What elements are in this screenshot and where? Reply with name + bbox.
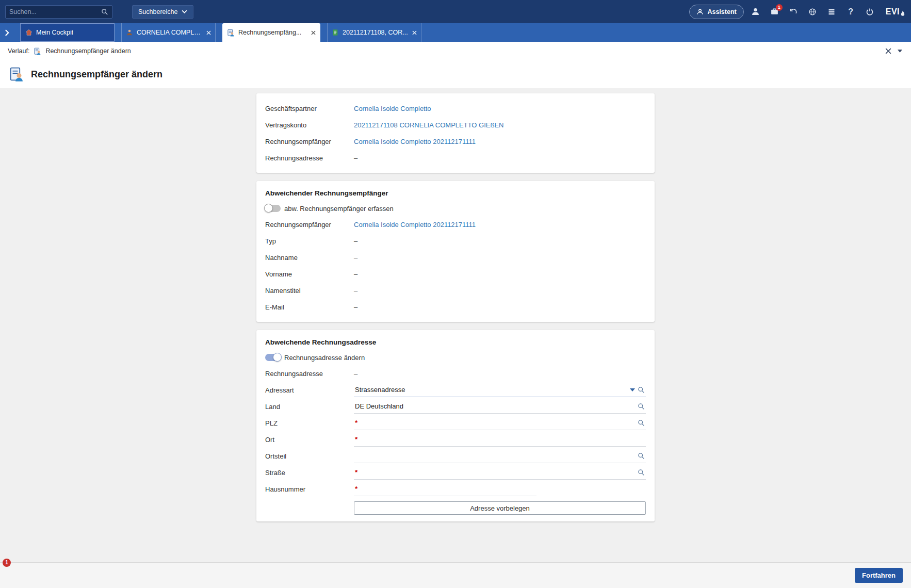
assistant-label: Assistent	[707, 8, 736, 15]
value-help-icon[interactable]	[638, 386, 645, 394]
value-help-icon[interactable]	[638, 403, 645, 410]
strasse-field[interactable]: *	[354, 466, 646, 480]
field-value: –	[354, 237, 357, 245]
help-icon[interactable]: ?	[843, 4, 858, 20]
fortfahren-button[interactable]: Fortfahren	[855, 568, 903, 583]
required-asterisk: *	[355, 436, 357, 443]
search-icon[interactable]	[101, 8, 108, 15]
chevron-down-icon[interactable]	[897, 48, 903, 54]
value-help-icon[interactable]	[638, 469, 645, 476]
form-row: Ort *	[265, 431, 646, 448]
form-row: Land	[265, 398, 646, 415]
contract-account-link[interactable]: 202112171108 CORNELIA COMPLETTO GIEßEN	[354, 121, 503, 129]
user-icon[interactable]	[748, 4, 763, 20]
close-tab-icon[interactable]	[412, 30, 417, 35]
adressart-input[interactable]	[355, 386, 627, 394]
toggle-label: Rechnungsadresse ändern	[284, 354, 365, 362]
globe-icon[interactable]	[805, 4, 820, 20]
ort-field[interactable]: *	[354, 433, 646, 447]
tab-label: Rechnungsempfäng...	[238, 29, 301, 36]
field-value: –	[354, 270, 357, 278]
assistant-button[interactable]: Assistent	[689, 5, 743, 19]
tab-vertragskonto[interactable]: 202112171108, COR...	[327, 23, 421, 42]
content-area: Geschäftspartner Cornelia Isolde Complet…	[0, 88, 911, 562]
hausnummer-input[interactable]	[360, 485, 535, 493]
invoice-recipient-link[interactable]: Cornelia Isolde Completto 202112171111	[354, 221, 476, 228]
field-label: PLZ	[265, 419, 354, 427]
toggle-abw-rechnungsempfaenger[interactable]	[265, 205, 281, 212]
form-row: Vertragskonto 202112171108 CORNELIA COMP…	[265, 117, 646, 133]
invoice-recipient-icon	[227, 29, 235, 37]
form-row: Ortsteil	[265, 448, 646, 464]
form-row: Adressart	[265, 382, 646, 398]
notification-badge[interactable]: 1	[3, 559, 11, 567]
toggle-rechnungsadresse-aendern[interactable]	[265, 354, 281, 361]
adressart-field[interactable]	[354, 383, 646, 397]
field-value: –	[354, 287, 357, 295]
field-label: Land	[265, 403, 354, 411]
undo-icon[interactable]	[786, 4, 801, 20]
brand-text: EVI	[886, 7, 900, 17]
field-label: Rechnungsadresse	[265, 154, 354, 162]
tab-cornelia-completto[interactable]: CORNELIA COMPLET...	[121, 23, 216, 42]
list-icon[interactable]	[824, 4, 839, 20]
global-search-box[interactable]	[5, 5, 112, 19]
ortsteil-field[interactable]	[354, 449, 646, 463]
briefcase-badge: 1	[776, 4, 783, 11]
field-label: Vertragskonto	[265, 121, 354, 129]
value-help-icon[interactable]	[638, 419, 645, 427]
strasse-input[interactable]	[360, 468, 635, 476]
recipient-card: Abweichender Rechnungsempfänger abw. Rec…	[256, 181, 655, 322]
form-row: Hausnummer *	[265, 481, 646, 497]
plz-field[interactable]: *	[354, 416, 646, 430]
page-header: Rechnungsempfänger ändern	[0, 60, 911, 88]
land-input[interactable]	[355, 402, 635, 410]
form-row: Nachname –	[265, 249, 646, 266]
footer-bar: 1 Fortfahren	[0, 562, 911, 588]
land-field[interactable]	[354, 400, 646, 414]
power-icon[interactable]	[863, 4, 877, 20]
form-row: Rechnungsadresse –	[265, 150, 646, 166]
search-areas-label: Suchbereiche	[138, 8, 177, 15]
form-row: Rechnungsempfänger Cornelia Isolde Compl…	[265, 133, 646, 150]
help-glyph: ?	[848, 7, 853, 17]
invoice-recipient-link[interactable]: Cornelia Isolde Completto 202112171111	[354, 138, 476, 145]
value-help-icon[interactable]	[638, 452, 645, 460]
business-partner-link[interactable]: Cornelia Isolde Completto	[354, 105, 431, 112]
field-value: –	[354, 370, 357, 378]
field-label: Straße	[265, 469, 354, 477]
hausnummer-field[interactable]: *	[354, 482, 536, 496]
toggle-row: abw. Rechnungsempfänger erfassen	[265, 201, 646, 216]
address-card: Abweichende Rechnungsadresse Rechnungsad…	[256, 330, 655, 521]
tab-rechnungsempfaenger[interactable]: Rechnungsempfäng...	[222, 23, 320, 42]
required-asterisk: *	[355, 485, 357, 493]
close-icon[interactable]	[884, 47, 892, 55]
field-label: Ortsteil	[265, 452, 354, 460]
close-tab-icon[interactable]	[206, 30, 211, 35]
briefcase-icon[interactable]: 1	[767, 4, 782, 20]
toggle-knob	[273, 353, 282, 362]
close-tab-icon[interactable]	[311, 30, 316, 35]
search-areas-button[interactable]: Suchbereiche	[132, 5, 193, 19]
search-input[interactable]	[9, 8, 101, 15]
field-label: Hausnummer	[265, 485, 354, 493]
form-row: Straße *	[265, 464, 646, 481]
field-label: Typ	[265, 237, 354, 245]
toggle-knob	[264, 204, 273, 213]
invoice-recipient-icon	[34, 47, 41, 55]
adresse-vorbelegen-button[interactable]: Adresse vorbelegen	[354, 501, 646, 515]
form-row: Vorname –	[265, 266, 646, 282]
toggle-row: Rechnungsadresse ändern	[265, 350, 646, 365]
form-row: Rechnungsempfänger Cornelia Isolde Compl…	[265, 216, 646, 233]
dropdown-arrow-icon[interactable]	[630, 388, 635, 391]
field-label: Ort	[265, 436, 354, 444]
card-heading: Abweichende Rechnungsadresse	[265, 337, 646, 350]
expand-tabs-chevron-icon[interactable]	[0, 23, 13, 42]
history-item[interactable]: Rechnungsempfänger ändern	[45, 47, 131, 55]
form-row: Adresse vorbelegen	[265, 497, 646, 515]
card-heading: Abweichender Rechnungsempfänger	[265, 188, 646, 201]
plz-input[interactable]	[360, 419, 635, 427]
ort-input[interactable]	[360, 435, 645, 443]
ortsteil-input[interactable]	[355, 452, 635, 460]
tab-mein-cockpit[interactable]: Mein Cockpit	[20, 23, 115, 42]
